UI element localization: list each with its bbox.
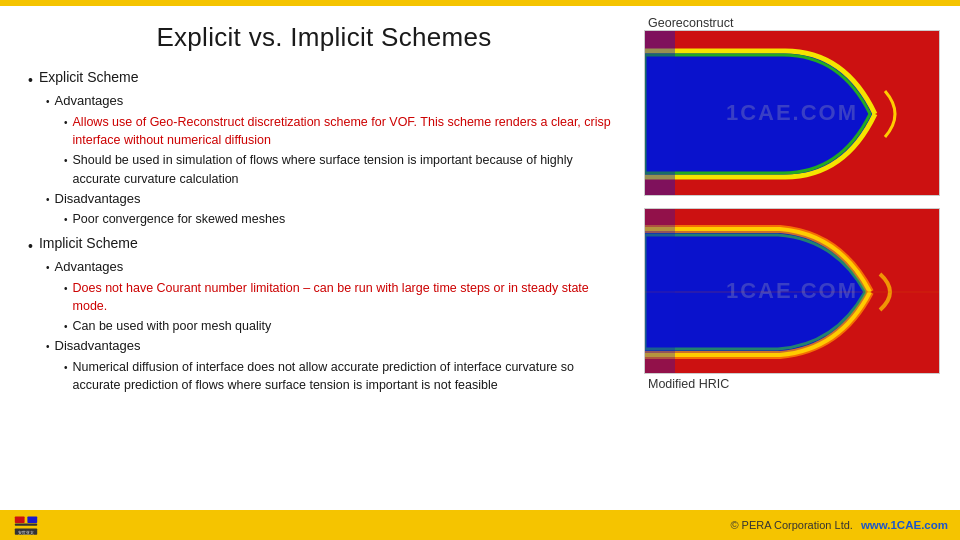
content-area: • Explicit Scheme • Advantages xyxy=(28,67,620,500)
courant-text: Does not have Courant number limitation … xyxy=(73,279,620,315)
hric-svg xyxy=(645,209,940,374)
svg-text:安世亚太: 安世亚太 xyxy=(18,530,34,535)
bullet-dot-implicit: • xyxy=(28,236,33,256)
implicit-adv-label: Advantages xyxy=(55,258,124,277)
geo-reconstruct-text: Allows use of Geo-Reconstruct discretiza… xyxy=(73,113,620,149)
footer-right: © PERA Corporation Ltd. www.1CAE.com xyxy=(730,519,948,531)
poor-convergence-row: • Poor convergence for skewed meshes xyxy=(64,210,620,228)
bullet-explicit-adv: • xyxy=(46,95,50,110)
bullet-geo: • xyxy=(64,116,68,131)
list-item-geo-reconstruct: • Allows use of Geo-Reconstruct discreti… xyxy=(64,113,620,149)
main-list: • Explicit Scheme • Advantages xyxy=(28,67,620,394)
poor-convergence-text: Poor convergence for skewed meshes xyxy=(73,210,286,228)
explicit-disadv-row: • Disadvantages xyxy=(46,190,620,209)
bottom-image-label: Modified HRIC xyxy=(644,377,948,391)
geo-reconstruct-row: • Allows use of Geo-Reconstruct discreti… xyxy=(64,113,620,149)
implicit-disadv-row: • Disadvantages xyxy=(46,337,620,356)
svg-rect-6 xyxy=(15,524,37,526)
company-logo: 安世亚太 xyxy=(12,511,40,539)
list-item-implicit-disadvantages: • Disadvantages • Numerical diffusion of… xyxy=(46,337,620,394)
list-item-explicit-disadvantages: • Disadvantages • Poor convergence for s… xyxy=(46,190,620,229)
implicit-label: Implicit Scheme xyxy=(39,233,138,253)
courant-row: • Does not have Courant number limitatio… xyxy=(64,279,620,315)
footer-url: www.1CAE.com xyxy=(861,519,948,531)
georeconstruct-svg xyxy=(645,31,940,196)
poor-mesh-text: Can be used with poor mesh quality xyxy=(73,317,272,335)
main-content: Explicit vs. Implicit Schemes • Explicit… xyxy=(0,6,960,510)
bottom-bar: 安世亚太 © PERA Corporation Ltd. www.1CAE.co… xyxy=(0,510,960,540)
bullet-poor-mesh: • xyxy=(64,320,68,335)
top-image-section: Georeconstruct xyxy=(644,16,948,196)
surface-tension-text: Should be used in simulation of flows wh… xyxy=(73,151,620,187)
list-item-numerical-diffusion: • Numerical diffusion of interface does … xyxy=(64,358,620,394)
bullet-numerical: • xyxy=(64,361,68,376)
list-item-courant: • Does not have Courant number limitatio… xyxy=(64,279,620,315)
list-item-surface-tension: • Should be used in simulation of flows … xyxy=(64,151,620,187)
explicit-children: • Advantages • Allows use of Geo-Reconst… xyxy=(28,92,620,228)
slide-title: Explicit vs. Implicit Schemes xyxy=(28,22,620,53)
explicit-adv-children: • Allows use of Geo-Reconstruct discreti… xyxy=(46,113,620,188)
svg-rect-1 xyxy=(645,31,675,196)
numerical-diffusion-text: Numerical diffusion of interface does no… xyxy=(73,358,620,394)
implicit-children: • Advantages • Does not have Courant num… xyxy=(28,258,620,394)
bullet-implicit-adv: • xyxy=(46,261,50,276)
explicit-disadv-children: • Poor convergence for skewed meshes xyxy=(46,210,620,228)
bullet-poor-conv: • xyxy=(64,213,68,228)
implicit-header-row: • Implicit Scheme xyxy=(28,233,620,256)
explicit-disadv-label: Disadvantages xyxy=(55,190,141,209)
list-item-explicit: • Explicit Scheme • Advantages xyxy=(28,67,620,229)
copyright-text: © PERA Corporation Ltd. xyxy=(730,519,852,531)
bullet-implicit-disadv: • xyxy=(46,340,50,355)
list-item-poor-convergence: • Poor convergence for skewed meshes xyxy=(64,210,620,228)
explicit-adv-label: Advantages xyxy=(55,92,124,111)
implicit-disadv-children: • Numerical diffusion of interface does … xyxy=(46,358,620,394)
svg-rect-8 xyxy=(27,517,37,523)
explicit-label: Explicit Scheme xyxy=(39,67,139,87)
svg-rect-7 xyxy=(15,517,25,523)
poor-mesh-row: • Can be used with poor mesh quality xyxy=(64,317,620,335)
svg-rect-4 xyxy=(645,209,675,374)
bullet-surface: • xyxy=(64,154,68,169)
implicit-adv-children: • Does not have Courant number limitatio… xyxy=(46,279,620,335)
left-panel: Explicit vs. Implicit Schemes • Explicit… xyxy=(0,6,640,510)
logo-area: 安世亚太 xyxy=(12,511,40,539)
list-item-implicit-advantages: • Advantages • Does not have Courant num… xyxy=(46,258,620,335)
list-item-poor-mesh: • Can be used with poor mesh quality xyxy=(64,317,620,335)
explicit-adv-row: • Advantages xyxy=(46,92,620,111)
list-item-implicit: • Implicit Scheme • Advantages xyxy=(28,233,620,395)
bullet-courant: • xyxy=(64,282,68,297)
georeconstruct-image: 1CAE.COM xyxy=(644,30,940,196)
bullet-dot-explicit: • xyxy=(28,70,33,90)
implicit-adv-row: • Advantages xyxy=(46,258,620,277)
list-item-explicit-advantages: • Advantages • Allows use of Geo-Reconst… xyxy=(46,92,620,187)
numerical-diffusion-row: • Numerical diffusion of interface does … xyxy=(64,358,620,394)
implicit-disadv-label: Disadvantages xyxy=(55,337,141,356)
right-panel: Georeconstruct xyxy=(640,6,960,510)
top-image-label: Georeconstruct xyxy=(644,16,948,30)
explicit-header-row: • Explicit Scheme xyxy=(28,67,620,90)
hric-image: 1CAE.COM xyxy=(644,208,940,374)
surface-tension-row: • Should be used in simulation of flows … xyxy=(64,151,620,187)
bottom-image-section: 1CAE.COM Modified HRIC xyxy=(644,208,948,391)
bullet-explicit-disadv: • xyxy=(46,193,50,208)
